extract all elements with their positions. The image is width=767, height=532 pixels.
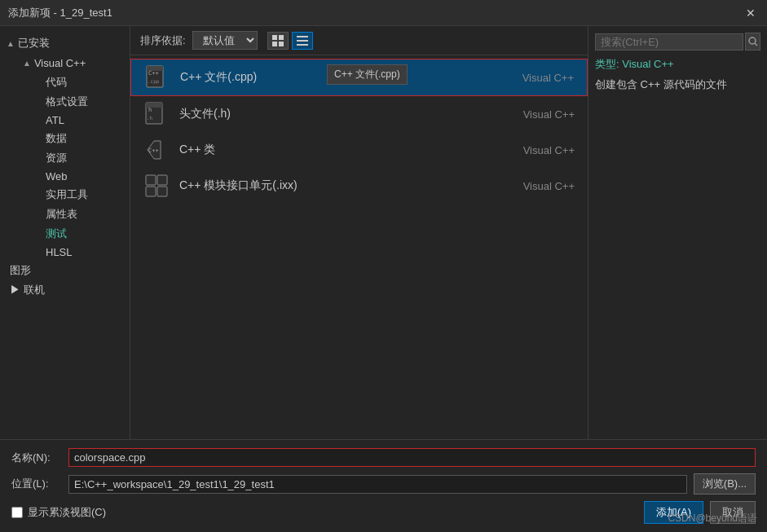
header-file-icon: h .h [143, 101, 170, 127]
dialog: ▲ 已安装 ▲ Visual C++ 代码 格式设置 ATL 数据 资源 Web… [0, 26, 767, 532]
content-area: ▲ 已安装 ▲ Visual C++ 代码 格式设置 ATL 数据 资源 Web… [0, 26, 767, 439]
module-name: C++ 模块接口单元(.ixx) [179, 178, 507, 193]
svg-rect-1 [279, 35, 284, 40]
svg-rect-2 [272, 42, 277, 46]
installed-label: 已安装 [18, 36, 50, 51]
sidebar-item-resource[interactable]: 资源 [33, 148, 130, 168]
svg-point-21 [749, 37, 756, 44]
sidebar-item-hlsl[interactable]: HLSL [33, 244, 130, 261]
visualcpp-label: Visual C++ [34, 57, 86, 69]
sidebar-item-code[interactable]: 代码 [33, 73, 130, 92]
title-bar: 添加新项 - 1_29_test1 ✕ [0, 0, 767, 26]
name-input[interactable] [68, 448, 756, 467]
list-item-module[interactable]: C++ 模块接口单元(.ixx) Visual C++ [130, 168, 588, 204]
svg-text:.cpp: .cpp [148, 78, 160, 85]
svg-line-22 [755, 43, 757, 46]
class-icon: C++ [143, 137, 170, 163]
installed-arrow: ▲ [7, 39, 15, 48]
sidebar-item-utils[interactable]: 实用工具 [33, 185, 130, 204]
cpp-file-icon: C++ .cpp [144, 64, 170, 90]
grid-view-btn[interactable] [267, 32, 289, 50]
sidebar-item-online[interactable]: ▶ 联机 [0, 280, 130, 300]
sidebar-item-propsheet[interactable]: 属性表 [33, 204, 130, 224]
dialog-title: 添加新项 - 1_29_test1 [8, 6, 112, 20]
search-input[interactable] [595, 33, 743, 51]
visualcpp-items: 代码 格式设置 ATL 数据 资源 Web 实用工具 属性表 测试 HLSL [16, 73, 130, 261]
search-container [595, 33, 760, 51]
visualcpp-group: ▲ Visual C++ 代码 格式设置 ATL 数据 资源 Web 实用工具 … [0, 54, 130, 261]
type-display: 类型: Visual C++ [595, 57, 760, 72]
name-label: 名称(N): [11, 451, 68, 465]
location-input[interactable] [68, 475, 687, 494]
bottom-actions: 显示累淡视图(C) 添加(A) 取消 [11, 501, 756, 524]
svg-rect-17 [146, 175, 156, 185]
sidebar-item-format[interactable]: 格式设置 [33, 92, 130, 112]
module-category: Visual C++ [507, 180, 575, 192]
svg-rect-18 [157, 175, 167, 185]
show-preview-checkbox[interactable] [11, 507, 23, 518]
location-row: 位置(L): 浏览(B)... [11, 473, 756, 495]
svg-text:.h: .h [147, 115, 153, 121]
sidebar-item-atl[interactable]: ATL [33, 112, 130, 129]
visualcpp-header[interactable]: ▲ Visual C++ [16, 54, 130, 73]
installed-group[interactable]: ▲ 已安装 [0, 33, 130, 54]
type-description: 创建包含 C++ 源代码的文件 [595, 77, 760, 93]
title-controls: ✕ [743, 5, 759, 21]
watermark: CSDN@beyond语语 [668, 512, 757, 525]
cpp-file-category: Visual C++ [506, 72, 574, 84]
item-list: C++ .cpp C++ 文件(.cpp) Visual C++ C++ 文件(… [130, 55, 588, 439]
header-file-name: 头文件(.h) [179, 107, 507, 121]
svg-rect-6 [297, 44, 308, 46]
svg-text:h: h [148, 107, 152, 113]
sidebar-item-data[interactable]: 数据 [33, 129, 130, 148]
browse-button[interactable]: 浏览(B)... [694, 473, 756, 495]
sort-label: 排序依据: [140, 33, 186, 48]
name-row: 名称(N): [11, 448, 756, 467]
svg-rect-4 [297, 36, 308, 37]
bottom-area: 名称(N): 位置(L): 浏览(B)... 显示累淡视图(C) 添加(A) 取… [0, 439, 767, 532]
sort-dropdown[interactable]: 默认值 名称 类型 [192, 31, 258, 50]
middle-pane: 排序依据: 默认值 名称 类型 [130, 26, 588, 439]
svg-rect-5 [297, 40, 308, 42]
right-panel: 类型: Visual C++ 创建包含 C++ 源代码的文件 [588, 26, 767, 439]
svg-rect-3 [279, 42, 284, 46]
checkbox-label[interactable]: 显示累淡视图(C) [11, 505, 106, 520]
sidebar-item-web[interactable]: Web [33, 168, 130, 185]
class-name: C++ 类 [179, 143, 507, 157]
location-label: 位置(L): [11, 477, 68, 491]
list-view-btn[interactable] [292, 32, 313, 50]
svg-rect-20 [157, 187, 167, 196]
header-file-category: Visual C++ [507, 108, 575, 121]
visualcpp-arrow: ▲ [23, 59, 31, 68]
close-button[interactable]: ✕ [743, 5, 759, 21]
module-icon [143, 173, 170, 199]
svg-rect-19 [146, 187, 156, 196]
svg-rect-0 [272, 35, 277, 40]
class-category: Visual C++ [507, 144, 575, 156]
sidebar-item-test[interactable]: 测试 [33, 224, 130, 244]
list-item-class[interactable]: C++ C++ 类 Visual C++ [130, 132, 588, 168]
cpp-tooltip: C++ 文件(.cpp) [327, 64, 408, 85]
sidebar: ▲ 已安装 ▲ Visual C++ 代码 格式设置 ATL 数据 资源 Web… [0, 26, 130, 439]
svg-text:C++: C++ [148, 70, 159, 77]
sidebar-item-graphics[interactable]: 图形 [0, 261, 130, 280]
toolbar: 排序依据: 默认值 名称 类型 [130, 26, 588, 55]
svg-text:C++: C++ [148, 147, 159, 154]
search-button[interactable] [745, 33, 760, 51]
view-icons [267, 32, 313, 50]
list-item-header[interactable]: h .h 头文件(.h) Visual C++ [130, 96, 588, 132]
list-item-cpp[interactable]: C++ .cpp C++ 文件(.cpp) Visual C++ C++ 文件(… [130, 59, 588, 96]
